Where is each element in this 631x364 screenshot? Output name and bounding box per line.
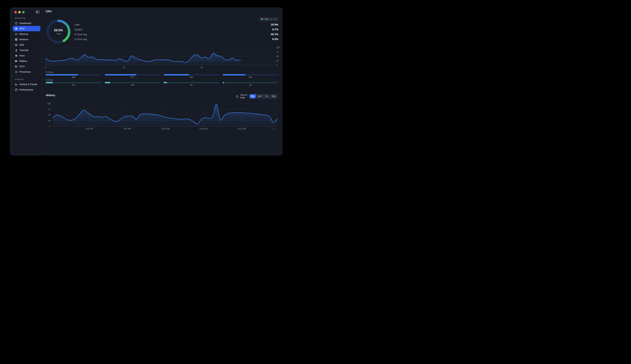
sidebar-item-performance[interactable]: Performance [13,87,41,92]
frame-time: 16.7ms [270,18,277,20]
sidebar-item-memory[interactable]: Memory [13,31,41,37]
sidebar-item-thermal[interactable]: Thermal [13,48,41,53]
time-range-option-1h[interactable]: 1h [250,94,256,98]
bar-percent-label: 58% [72,76,75,78]
sidebar-item-processes[interactable]: Processes [13,69,41,74]
share-icon[interactable] [236,95,239,98]
donut-total-value: 29.5% [54,28,63,32]
sidebar-section-monitoring: Monitoring [15,17,39,19]
sidebar-item-network[interactable]: Network [13,37,41,42]
fan-icon [15,54,18,57]
y-axis-tick: 100 [38,102,51,105]
sidebar-item-label: Performance [19,88,33,91]
sidebar-item-fans[interactable]: Fans [13,53,41,58]
y-axis-tick: 50 [38,114,51,116]
x-axis-tick: 40 [201,66,203,68]
sidebar-item-label: Battery [19,60,27,62]
y-axis-tick: 25 [38,120,51,122]
x-axis-tick: 10:11 PM [199,128,207,130]
stat-row-system: System8.7% [75,28,278,32]
sidebar-item-label: Disk [19,44,24,46]
time-range-option-7d[interactable]: 7d [264,94,270,98]
sidebar-item-dashboard[interactable]: Dashboard [13,20,41,26]
sidebar-item-disk[interactable]: Disk [13,42,41,48]
sidebar-item-battery[interactable]: Battery [13,58,41,64]
bar-track [223,74,278,76]
stat-label: P-Core Avg [75,33,87,36]
x-axis-tick: 10:01 PM [161,128,170,130]
zoom-button[interactable] [22,11,25,14]
x-axis-tick: 9:41 PM [86,128,93,130]
bar-fill [105,74,136,76]
stat-value: 8.5% [272,38,278,40]
time-range-option-24h[interactable]: 24h [256,94,263,98]
bar-percent-label: 13% [72,84,75,86]
thermometer-icon [15,49,18,52]
time-range-option-30d[interactable]: 30d [270,94,277,98]
fps-badge: 60 FPS 16.7ms [259,17,279,21]
sidebar-item-label: Dashboard [19,22,31,24]
sidebar-item-cpu[interactable]: CPU [13,26,41,31]
bar-fill [164,82,167,83]
stat-label: E-Core Avg [75,38,87,40]
bar-percent-label: 10% [131,84,134,86]
bar-fill [46,82,53,83]
sidebar-item-label: History & Trends [19,83,37,86]
bar-fill [105,82,110,83]
ecores-bars: 13%10%6%3% [46,82,278,86]
core-usage-bar: 41% [223,74,278,78]
sidebar-item-label: GPU [19,65,25,68]
bar-track [46,74,101,76]
fps-label: FPS [265,18,269,20]
x-axis-tick: 10:21 PM [237,128,246,130]
core-usage-bar: 13% [46,82,101,86]
stat-row-p-core-avg: P-Core Avg50.7% [75,32,278,36]
y-axis-tick: 0 [38,125,51,128]
cpu-icon [15,27,18,30]
trend-icon [15,83,18,86]
bar-track [223,82,278,83]
sidebar-section-analytics: Analytics [15,78,39,80]
core-usage-bar: 58% [46,74,101,78]
sidebar-item-label: Processes [19,70,31,73]
core-usage-bar: 57% [105,74,161,78]
sidebar-item-label: Thermal [19,49,28,52]
fps-value: 60 [261,18,263,20]
bar-track [105,74,161,76]
bar-track [46,82,101,83]
memory-icon [15,32,18,36]
stat-label: User [75,23,80,26]
bar-track [105,82,161,83]
sidebar-item-gpu[interactable]: GPU [13,64,41,69]
sidebar-item-label: CPU [19,27,25,30]
bar-fill [223,82,224,83]
stat-label: System [75,28,83,31]
y-axis-tick: 25 [276,60,279,62]
bar-fill [164,74,189,76]
list-ordered-icon [15,70,18,74]
core-usage-bar: 6% [164,82,219,86]
y-axis-tick: 0 [276,64,277,66]
ecores-label: E-Cores [46,79,53,81]
globe-icon [15,38,18,41]
core-usage-bar: 3% [223,82,278,86]
bar-percent-label: 6% [190,84,193,86]
close-button[interactable] [14,11,17,14]
minimize-button[interactable] [18,11,21,14]
battery-icon [15,60,18,62]
bar-percent-label: 3% [249,84,252,86]
bar-percent-label: 57% [131,76,134,78]
history-controls: Time Range 1h24h7d30d [236,94,278,99]
sidebar-item-history-trends[interactable]: History & Trends [13,82,41,87]
history-chart [53,104,277,126]
sidebar-toggle-icon[interactable] [36,10,40,14]
stat-row-e-core-avg: E-Core Avg8.5% [75,37,278,41]
bar-percent-label: 46% [190,76,193,78]
bar-percent-label: 41% [249,76,252,78]
core-usage-bar: 46% [164,74,219,78]
donut-caption: Total [56,32,61,35]
history-title: History [46,94,55,97]
sidebar-item-label: Memory [19,32,28,36]
bar-track [164,82,219,83]
app-window: MonitoringDashboardCPUMemoryNetworkDiskT… [10,8,283,155]
